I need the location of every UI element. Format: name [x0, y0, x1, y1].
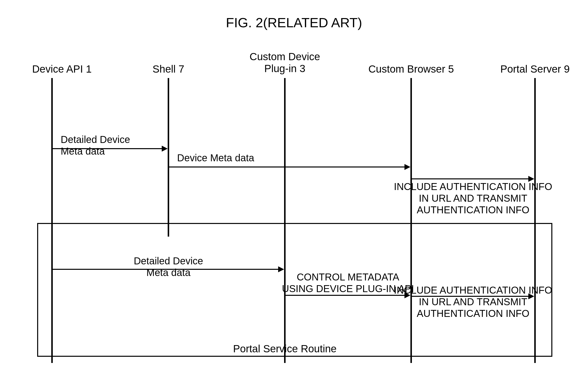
lane-label-browser: Custom Browser 5 — [368, 63, 454, 75]
msg-m6: INCLUDE AUTHENTICATION INFO IN URL AND T… — [394, 284, 552, 320]
arrow-m5 — [286, 295, 404, 296]
lane-label-shell: Shell 7 — [153, 63, 184, 75]
arrow-m2 — [169, 166, 404, 167]
arrow-head-m2 — [404, 164, 410, 170]
figure-title: FIG. 2(RELATED ART) — [0, 15, 588, 30]
msg-m1: Detailed Device Meta data — [61, 134, 130, 157]
arrow-m3 — [412, 178, 528, 179]
lane-label-plugin: Custom Device Plug-in 3 — [250, 51, 320, 75]
arrow-head-m1 — [162, 146, 168, 152]
lane-label-portal: Portal Server 9 — [500, 63, 570, 75]
sequence-diagram: FIG. 2(RELATED ART) Device API 1 Shell 7… — [0, 0, 588, 385]
frame-label: Portal Service Routine — [233, 343, 337, 355]
msg-m2: Device Meta data — [177, 152, 254, 164]
msg-m3: INCLUDE AUTHENTICATION INFO IN URL AND T… — [394, 181, 552, 216]
msg-m4: Detailed Device Meta data — [134, 255, 203, 278]
lifeline-shell — [168, 78, 169, 237]
lane-label-device-api: Device API 1 — [32, 63, 92, 75]
